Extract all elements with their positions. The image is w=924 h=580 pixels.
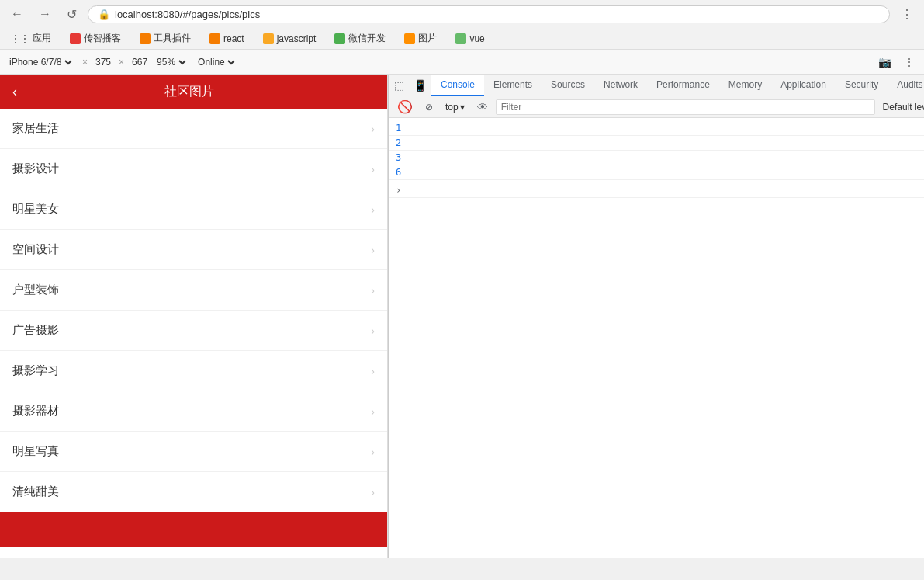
tab-security-label: Security bbox=[845, 79, 878, 90]
category-list: 家居生活 › 摄影设计 › 明星美女 › 空间设计 › 户型装饰 › 广告摄影 … bbox=[0, 109, 387, 512]
list-item[interactable]: 户型装饰 › bbox=[0, 270, 387, 311]
tab-memory[interactable]: Memory bbox=[719, 75, 771, 96]
chevron-right-icon: › bbox=[371, 365, 375, 377]
dim-divider2: × bbox=[119, 57, 124, 68]
tab-elements[interactable]: Elements bbox=[484, 75, 542, 96]
bookmark-javascript[interactable]: javascript bbox=[258, 32, 321, 46]
reload-button[interactable]: ↺ bbox=[62, 5, 81, 23]
line-number: 2 bbox=[396, 137, 411, 148]
console-line: 6 bbox=[389, 165, 924, 180]
vue-label: vue bbox=[469, 33, 484, 44]
bookmark-chuanzhi[interactable]: 传智播客 bbox=[65, 30, 126, 47]
width-value: 375 bbox=[95, 57, 111, 68]
filter-toggle-button[interactable]: ⊘ bbox=[420, 100, 438, 114]
bookmark-weixin[interactable]: 微信开发 bbox=[330, 30, 390, 47]
nav-bar: ← → ↺ 🔒 localhost:8080/#/pages/pics/pics… bbox=[0, 0, 924, 28]
capture-button[interactable]: 📷 bbox=[875, 54, 895, 70]
tab-sources-label: Sources bbox=[551, 79, 585, 90]
list-item[interactable]: 家居生活 › bbox=[0, 109, 387, 149]
tab-sources[interactable]: Sources bbox=[542, 75, 594, 96]
category-name: 明星写真 bbox=[12, 444, 59, 459]
weixin-icon bbox=[334, 33, 345, 44]
back-button[interactable]: ← bbox=[6, 5, 28, 23]
device-select[interactable]: iPhone 6/7/8 bbox=[6, 56, 74, 68]
filter-input[interactable] bbox=[496, 99, 875, 115]
list-item[interactable]: 明星写真 › bbox=[0, 432, 387, 472]
tab-network[interactable]: Network bbox=[594, 75, 647, 96]
list-item[interactable]: 广告摄影 › bbox=[0, 311, 387, 351]
line-number: 6 bbox=[396, 167, 411, 178]
category-name: 家居生活 bbox=[12, 121, 59, 136]
chevron-right-icon: › bbox=[371, 163, 375, 175]
bookmark-gongju[interactable]: 工具插件 bbox=[135, 30, 196, 47]
list-item[interactable]: 明星美女 › bbox=[0, 189, 387, 230]
console-line: 2 bbox=[389, 136, 924, 151]
bookmarks-bar: ⋮⋮ 应用 传智播客 工具插件 react javascript 微信开发 图片 bbox=[0, 28, 924, 50]
chevron-right-icon: › bbox=[371, 203, 375, 216]
eye-button[interactable]: 👁 bbox=[472, 99, 493, 115]
bookmark-react[interactable]: react bbox=[205, 32, 249, 46]
gongju-icon bbox=[140, 33, 151, 44]
zoom-select[interactable]: 95% bbox=[154, 56, 189, 68]
category-name: 摄影器材 bbox=[12, 404, 59, 419]
tab-console[interactable]: Console bbox=[431, 75, 484, 96]
device-toolbar: iPhone 6/7/8 × 375 × 667 95% Online 📷 ⋮ bbox=[0, 50, 924, 75]
context-label: top bbox=[445, 102, 459, 113]
tab-performance[interactable]: Performance bbox=[647, 75, 719, 96]
category-name: 广告摄影 bbox=[12, 323, 59, 338]
clear-console-button[interactable]: 🚫 bbox=[393, 98, 417, 116]
devtools-toolbar: 🚫 ⊘ top ▾ 👁 Default levels ▾ bbox=[389, 96, 924, 118]
phone-bottom-bar bbox=[0, 512, 387, 547]
device-toggle-button[interactable]: 📱 bbox=[409, 78, 431, 93]
console-content: 1 2 3 6 › bbox=[389, 118, 924, 558]
tab-memory-label: Memory bbox=[728, 79, 762, 90]
phone-viewport: ‹ 社区图片 家居生活 › 摄影设计 › 明星美女 › 空间设计 › 户 bbox=[0, 75, 388, 558]
browser-chrome: ← → ↺ 🔒 localhost:8080/#/pages/pics/pics… bbox=[0, 0, 924, 75]
gongju-label: 工具插件 bbox=[154, 32, 191, 45]
phone-header: ‹ 社区图片 bbox=[0, 75, 387, 109]
chuanzhi-label: 传智播客 bbox=[84, 32, 121, 45]
tab-security[interactable]: Security bbox=[836, 75, 888, 96]
chevron-right-icon: › bbox=[371, 446, 375, 458]
bookmark-tupian[interactable]: 图片 bbox=[400, 30, 441, 47]
levels-selector[interactable]: Default levels ▾ bbox=[878, 100, 924, 114]
tab-application[interactable]: Application bbox=[771, 75, 836, 96]
react-icon bbox=[209, 33, 220, 44]
chuanzhi-icon bbox=[70, 33, 81, 44]
console-prompt-line[interactable]: › bbox=[389, 183, 924, 198]
context-dropdown-icon: ▾ bbox=[460, 102, 465, 113]
apps-label: 应用 bbox=[33, 32, 51, 45]
more-button[interactable]: ⋮ bbox=[896, 5, 918, 23]
address-bar[interactable]: 🔒 localhost:8080/#/pages/pics/pics bbox=[88, 5, 890, 23]
weixin-label: 微信开发 bbox=[348, 32, 386, 45]
more-devtools-btn[interactable]: ⋮ bbox=[901, 54, 918, 70]
category-name: 摄影学习 bbox=[12, 363, 59, 378]
tupian-icon bbox=[404, 33, 415, 44]
bookmark-vue[interactable]: vue bbox=[451, 32, 489, 46]
inspect-element-button[interactable]: ⬚ bbox=[389, 78, 409, 93]
console-line: 1 bbox=[389, 121, 924, 136]
devtools-tabs: Console Elements Sources Network Perform… bbox=[431, 75, 924, 96]
tab-console-label: Console bbox=[441, 79, 475, 90]
online-select[interactable]: Online bbox=[195, 56, 237, 68]
tab-audits[interactable]: Audits bbox=[888, 75, 924, 96]
bookmark-apps[interactable]: ⋮⋮ 应用 bbox=[6, 30, 56, 47]
line-number: 3 bbox=[396, 152, 411, 163]
chevron-right-icon: › bbox=[371, 123, 375, 135]
category-name: 明星美女 bbox=[12, 202, 59, 217]
category-name: 空间设计 bbox=[12, 242, 59, 257]
vue-icon bbox=[455, 33, 466, 44]
category-name: 清纯甜美 bbox=[12, 484, 59, 499]
context-selector[interactable]: top ▾ bbox=[441, 100, 469, 114]
forward-button[interactable]: → bbox=[34, 5, 56, 23]
list-item[interactable]: 空间设计 › bbox=[0, 230, 387, 270]
main-layout: ‹ 社区图片 家居生活 › 摄影设计 › 明星美女 › 空间设计 › 户 bbox=[0, 75, 924, 558]
list-item[interactable]: 摄影学习 › bbox=[0, 351, 387, 391]
dim-divider: × bbox=[82, 57, 88, 68]
height-value: 667 bbox=[132, 57, 147, 68]
list-item[interactable]: 摄影设计 › bbox=[0, 149, 387, 189]
list-item[interactable]: 摄影器材 › bbox=[0, 391, 387, 432]
list-item[interactable]: 清纯甜美 › bbox=[0, 472, 387, 512]
phone-title: 社区图片 bbox=[26, 84, 351, 100]
phone-back-button[interactable]: ‹ bbox=[12, 84, 17, 100]
